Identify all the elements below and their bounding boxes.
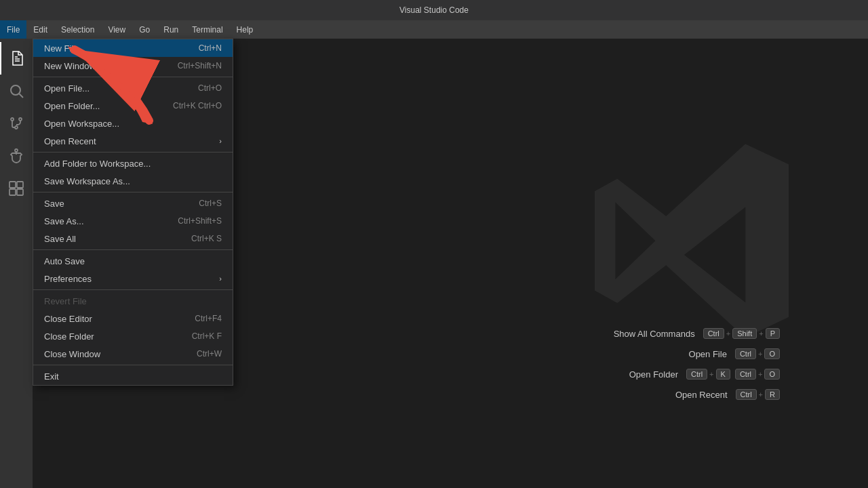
menu-open-recent[interactable]: Open Recent › [33, 132, 233, 150]
separator-1 [33, 77, 233, 77]
preferences-arrow: › [219, 274, 222, 283]
menu-view[interactable]: View [101, 20, 132, 39]
shortcut-open-recent: Open Recent Ctrl + R [614, 389, 780, 400]
menu-new-file[interactable]: New File Ctrl+N [33, 39, 233, 57]
menu-preferences[interactable]: Preferences › [33, 270, 233, 287]
shortcut-open-file: Open File Ctrl + O [614, 348, 780, 359]
extensions-icon[interactable] [0, 172, 33, 205]
menu-new-window[interactable]: New Window Ctrl+Shift+N [33, 57, 233, 75]
menu-revert-file: Revert File [33, 292, 233, 310]
show-commands-keys: Ctrl + Shift + P [703, 328, 780, 339]
open-file-keys: Ctrl + O [735, 348, 780, 359]
menu-bar: File Edit Selection View Go Run Terminal… [0, 20, 868, 39]
menu-run[interactable]: Run [157, 20, 185, 39]
menu-save-all[interactable]: Save All Ctrl+K S [33, 230, 233, 247]
menu-open-workspace[interactable]: Open Workspace... [33, 115, 233, 132]
open-recent-arrow: › [219, 137, 222, 145]
separator-5 [33, 289, 233, 290]
activity-bar [0, 39, 33, 488]
svg-line-1 [20, 94, 24, 98]
svg-point-3 [19, 118, 22, 121]
menu-auto-save[interactable]: Auto Save [33, 252, 233, 270]
app-title: Visual Studio Code [399, 5, 469, 15]
menu-close-folder[interactable]: Close Folder Ctrl+K F [33, 327, 233, 345]
file-dropdown-menu: New File Ctrl+N New Window Ctrl+Shift+N … [33, 39, 233, 386]
svg-point-0 [11, 85, 20, 95]
svg-rect-6 [9, 182, 16, 188]
shortcut-show-commands: Show All Commands Ctrl + Shift + P [614, 328, 780, 339]
open-folder-keys: Ctrl + K Ctrl + O [686, 369, 780, 380]
menu-close-window[interactable]: Close Window Ctrl+W [33, 345, 233, 363]
menu-exit[interactable]: Exit [33, 367, 233, 385]
vscode-watermark [583, 132, 800, 351]
separator-3 [33, 192, 233, 192]
separator-2 [33, 152, 233, 152]
menu-save[interactable]: Save Ctrl+S [33, 195, 233, 212]
svg-rect-9 [17, 189, 23, 195]
svg-rect-7 [17, 182, 23, 188]
menu-open-folder[interactable]: Open Folder... Ctrl+K Ctrl+O [33, 97, 233, 115]
menu-go[interactable]: Go [132, 20, 157, 39]
menu-open-file[interactable]: Open File... Ctrl+O [33, 79, 233, 97]
menu-terminal[interactable]: Terminal [185, 20, 229, 39]
svg-point-2 [11, 118, 14, 121]
files-icon[interactable] [0, 42, 33, 75]
open-recent-label: Open Recent [675, 390, 728, 400]
open-folder-label: Open Folder [629, 369, 678, 380]
menu-help[interactable]: Help [230, 20, 260, 39]
menu-save-as[interactable]: Save As... Ctrl+Shift+S [33, 212, 233, 230]
menu-close-editor[interactable]: Close Editor Ctrl+F4 [33, 310, 233, 327]
menu-selection[interactable]: Selection [54, 20, 101, 39]
separator-4 [33, 249, 233, 250]
title-bar: Visual Studio Code [0, 0, 868, 20]
shortcut-open-folder: Open Folder Ctrl + K Ctrl + O [614, 369, 780, 380]
show-commands-label: Show All Commands [614, 329, 695, 339]
open-recent-keys: Ctrl + R [736, 389, 781, 400]
debug-icon[interactable] [0, 140, 33, 172]
open-file-label: Open File [689, 349, 727, 359]
svg-point-4 [15, 126, 18, 129]
svg-rect-8 [9, 189, 16, 195]
source-control-icon[interactable] [0, 107, 33, 140]
menu-file[interactable]: File [0, 20, 26, 39]
welcome-shortcuts: Show All Commands Ctrl + Shift + P Open … [614, 328, 780, 400]
menu-add-folder[interactable]: Add Folder to Workspace... [33, 155, 233, 172]
separator-6 [33, 365, 233, 365]
search-icon[interactable] [0, 75, 33, 107]
menu-edit[interactable]: Edit [26, 20, 54, 39]
menu-save-workspace[interactable]: Save Workspace As... [33, 172, 233, 190]
